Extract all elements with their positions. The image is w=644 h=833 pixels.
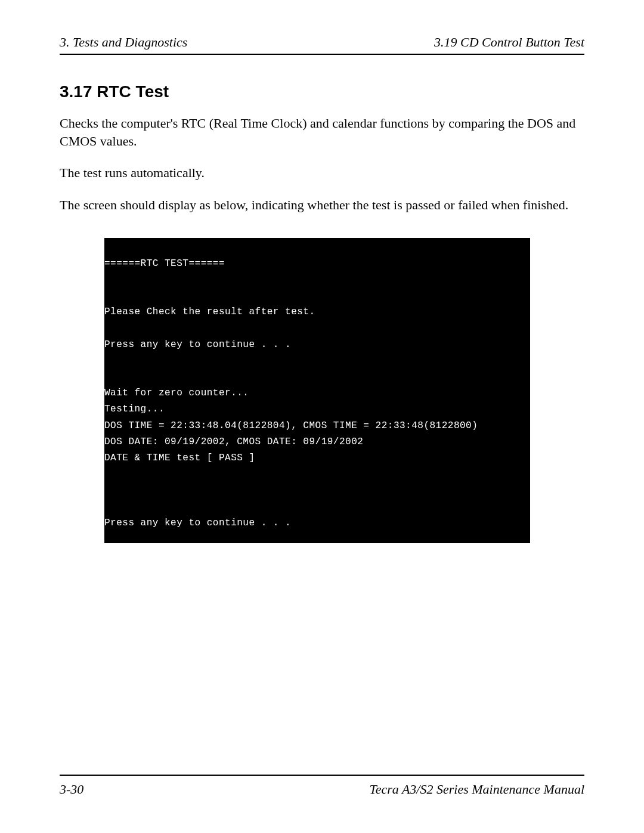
terminal-line-5: Testing... xyxy=(104,404,165,414)
section-para-3: The screen should display as below, indi… xyxy=(60,196,584,214)
terminal-line-2: Please Check the result after test. xyxy=(104,306,315,317)
section-para-1: Checks the computer's RTC (Real Time Clo… xyxy=(60,114,584,150)
footer-row: 3-30 Tecra A3/S2 Series Maintenance Manu… xyxy=(60,782,584,797)
section-heading: 3.17 RTC Test xyxy=(60,82,584,101)
terminal-line-6: DOS TIME = 22:33:48.04(8122804), CMOS TI… xyxy=(104,420,478,431)
footer-left: 3-30 xyxy=(60,782,83,797)
footer-rule xyxy=(60,775,584,776)
terminal-line-7: DOS DATE: 09/19/2002, CMOS DATE: 09/19/2… xyxy=(104,436,363,447)
page: 3. Tests and Diagnostics 3.19 CD Control… xyxy=(0,0,644,833)
header-rule xyxy=(60,54,584,55)
page-header: 3. Tests and Diagnostics 3.19 CD Control… xyxy=(60,35,584,54)
terminal-line-8: DATE & TIME test [ PASS ] xyxy=(104,453,255,463)
section-para-2: The test runs automatically. xyxy=(60,164,584,182)
terminal-line-1: ======RTC TEST====== xyxy=(104,258,225,269)
terminal-line-9: Press any key to continue . . . xyxy=(104,518,291,528)
header-right: 3.19 CD Control Button Test xyxy=(434,35,584,50)
terminal-line-3: Press any key to continue . . . xyxy=(104,339,291,350)
header-left: 3. Tests and Diagnostics xyxy=(60,35,187,50)
page-footer: 3-30 Tecra A3/S2 Series Maintenance Manu… xyxy=(60,775,584,797)
footer-right: Tecra A3/S2 Series Maintenance Manual xyxy=(369,782,584,797)
terminal-screenshot: ======RTC TEST====== Please Check the re… xyxy=(104,238,530,543)
terminal-line-4: Wait for zero counter... xyxy=(104,388,249,398)
